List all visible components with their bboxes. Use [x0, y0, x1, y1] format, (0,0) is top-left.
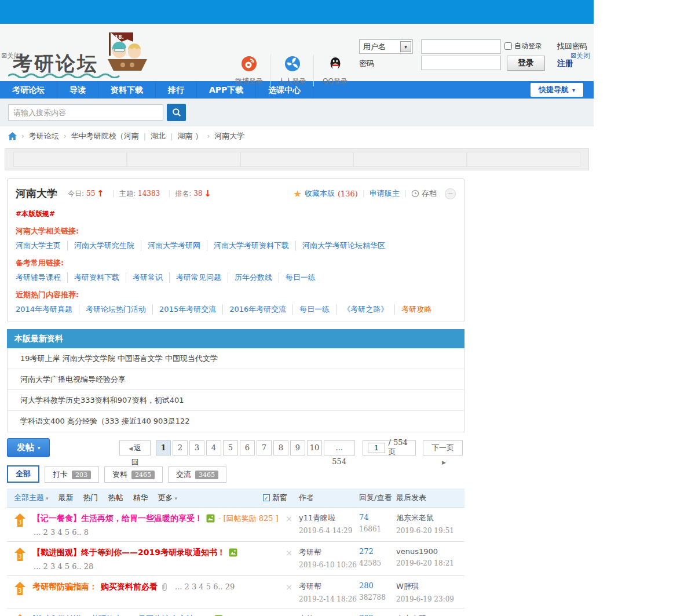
- list-item[interactable]: 19考研上岸 河南大学文学院 中国语言文学 中国现当代文学: [8, 348, 464, 369]
- link-univ-home[interactable]: 河南大学主页: [16, 240, 67, 251]
- tab-checkin[interactable]: 打卡203: [45, 466, 99, 483]
- link-2016-exchange[interactable]: 2016年考研交流: [222, 304, 292, 315]
- next-page-button[interactable]: 下一页▶: [423, 440, 463, 455]
- thread-title[interactable]: [推广] 学长说，考研能上985是因为这个方法……: [32, 614, 211, 616]
- page-button-1[interactable]: 1: [156, 440, 171, 455]
- new-post-button[interactable]: 发帖▾: [7, 438, 50, 457]
- password-input[interactable]: [421, 56, 501, 70]
- nav-item-ranking[interactable]: 排行: [156, 81, 197, 99]
- link-kaoyan-strategy[interactable]: 考研攻略: [394, 304, 438, 315]
- breadcrumb-region-hubei[interactable]: 湖北: [151, 131, 166, 141]
- thread-author[interactable]: y11青睐啦: [299, 513, 359, 523]
- thread-title[interactable]: 【戳进围观】终于等到你——2019考研录取通知书！: [32, 547, 225, 558]
- link-2014-papers[interactable]: 2014年考研真题: [16, 304, 79, 315]
- back-button[interactable]: ◀返 回: [119, 440, 151, 455]
- link-kaoyan-road[interactable]: 《考研之路》: [336, 304, 394, 315]
- tab-all[interactable]: 全部: [7, 465, 39, 483]
- list-item[interactable]: 河南大学广播电视编导经验分享: [8, 369, 464, 390]
- qq-login-button[interactable]: QQ登录: [313, 54, 356, 86]
- breadcrumb-region-hunan[interactable]: 湖南 ）: [177, 131, 202, 141]
- page-button-6[interactable]: 6: [240, 440, 255, 455]
- weibo-login-button[interactable]: 微博登录: [228, 54, 270, 86]
- board-rules-link[interactable]: #本版版规#: [16, 209, 456, 219]
- list-item[interactable]: 学科语文400 高分经验（333 接近140 903是122: [8, 411, 464, 432]
- page-button-9[interactable]: 9: [290, 440, 305, 455]
- nav-item-forum[interactable]: 考研论坛: [0, 81, 57, 99]
- link-forum-digest[interactable]: 河南大学考研论坛精华区: [295, 240, 392, 251]
- nav-item-guide[interactable]: 导读: [57, 81, 98, 99]
- caret-down-icon: ▾: [46, 495, 49, 501]
- close-thread-icon[interactable]: ×: [279, 614, 299, 616]
- page-jump-input[interactable]: [368, 443, 385, 453]
- thread-title-emphasis[interactable]: 购买资料前必看: [101, 581, 158, 592]
- username-input[interactable]: [421, 39, 501, 54]
- search-button[interactable]: [167, 104, 186, 121]
- last-poster[interactable]: 上上上研: [396, 614, 464, 616]
- apply-moderator-link[interactable]: 申请版主: [370, 188, 400, 199]
- new-window-checkbox[interactable]: ✓: [263, 494, 270, 501]
- close-thread-icon[interactable]: ×: [279, 581, 299, 603]
- thread-page-links[interactable]: ... 2 3 4 5 6.. 28: [32, 562, 277, 571]
- search-input[interactable]: [8, 104, 163, 121]
- page-button-7[interactable]: 7: [257, 440, 272, 455]
- link-grad-school[interactable]: 河南大学研究生院: [67, 240, 141, 251]
- filter-more[interactable]: 更多▾: [158, 493, 178, 503]
- link-daily-practice-2[interactable]: 每日一练: [292, 304, 336, 315]
- collapse-panel-button[interactable]: −: [445, 188, 456, 199]
- close-thread-icon[interactable]: ×: [279, 547, 299, 571]
- breadcrumb-current[interactable]: 河南大学: [214, 131, 244, 141]
- archive-link[interactable]: 存档: [411, 188, 437, 199]
- filter-digest[interactable]: 精华: [133, 493, 148, 503]
- breadcrumb-forum[interactable]: 考研论坛: [29, 131, 59, 141]
- thread-page-links[interactable]: ... 2 3 4 5 6.. 29: [175, 581, 235, 592]
- page-button-10[interactable]: 10: [307, 440, 322, 455]
- favorite-board-link[interactable]: 收藏本版: [305, 188, 335, 199]
- reply-count: 272: [359, 547, 396, 556]
- thread-author[interactable]: 考研帮: [299, 581, 359, 592]
- auto-login-checkbox[interactable]: [504, 42, 512, 50]
- link-forum-events[interactable]: 考研论坛热门活动: [79, 304, 152, 315]
- link-score-lines[interactable]: 历年分数线: [228, 272, 279, 283]
- close-thread-icon[interactable]: ×: [279, 513, 299, 537]
- filter-newest[interactable]: 最新: [58, 493, 74, 503]
- thread-title[interactable]: 【记一餐食】生活再烦，给胃一些温暖的享受！: [32, 513, 203, 524]
- last-poster[interactable]: venus1900: [396, 547, 464, 556]
- select-dropdown-icon[interactable]: ▾: [400, 41, 411, 52]
- thread-author[interactable]: 考研帮: [299, 547, 359, 557]
- tab-exchange[interactable]: 交流3465: [168, 466, 226, 483]
- link-courses[interactable]: 考研辅导课程: [16, 272, 67, 283]
- username-type-select[interactable]: 用户名 ▾: [359, 39, 413, 54]
- quick-nav-button[interactable]: 快捷导航▾: [531, 83, 583, 97]
- page-button-3[interactable]: 3: [189, 440, 204, 455]
- filter-hot-posts[interactable]: 热帖: [108, 493, 123, 503]
- link-faq[interactable]: 考研常见问题: [169, 272, 228, 283]
- last-poster[interactable]: 旭东米老鼠: [396, 513, 464, 523]
- list-item[interactable]: 河大学科教学历史333资料和907资料，初试401: [8, 390, 464, 411]
- page-button-2[interactable]: 2: [173, 440, 188, 455]
- filter-hot[interactable]: 热门: [83, 493, 98, 503]
- forgot-password-link[interactable]: 找回密码: [557, 41, 587, 52]
- tab-materials[interactable]: 资料2465: [104, 466, 163, 483]
- link-2015-exchange[interactable]: 2015年考研交流: [152, 304, 222, 315]
- filter-all-topics[interactable]: 全部主题▾: [14, 493, 49, 503]
- page-button-last[interactable]: ... 554: [324, 440, 355, 455]
- thread-page-links[interactable]: ... 2 3 4 5 6.. 8: [32, 528, 277, 537]
- page-button-8[interactable]: 8: [273, 440, 288, 455]
- page-button-4[interactable]: 4: [206, 440, 221, 455]
- link-material-download[interactable]: 河南大学考研资料下载: [207, 240, 295, 251]
- renren-login-button[interactable]: 人人登录: [270, 54, 313, 86]
- thread-title[interactable]: 考研帮防骗指南：: [32, 581, 97, 592]
- link-downloads[interactable]: 考研资料下载: [67, 272, 126, 283]
- breadcrumb-region-henan[interactable]: 华中考研院校（河南: [71, 131, 139, 141]
- link-knowledge[interactable]: 考研常识: [126, 272, 169, 283]
- login-button[interactable]: 登录: [507, 56, 545, 71]
- register-link[interactable]: 注册: [557, 59, 573, 69]
- close-login-link[interactable]: ⊠关闭: [570, 51, 590, 61]
- link-kaoyan-net[interactable]: 河南大学考研网: [141, 240, 207, 251]
- home-icon[interactable]: [8, 132, 17, 140]
- page-button-5[interactable]: 5: [223, 440, 238, 455]
- nav-item-downloads[interactable]: 资料下载: [98, 81, 156, 99]
- last-poster[interactable]: W胖琪: [396, 581, 464, 592]
- thread-author[interactable]: 光焰VV: [299, 614, 359, 616]
- link-daily-practice[interactable]: 每日一练: [279, 272, 322, 283]
